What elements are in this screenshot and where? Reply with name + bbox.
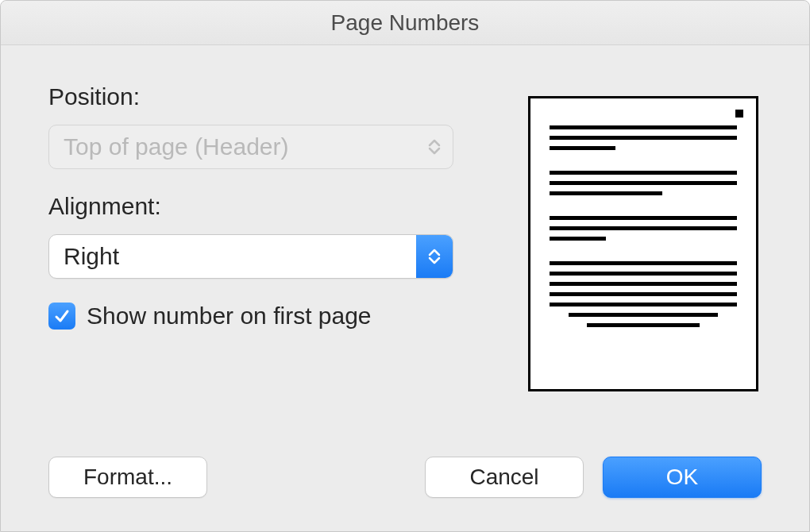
- position-select-wrapper: Top of page (Header): [48, 125, 453, 169]
- first-page-checkbox[interactable]: [48, 303, 75, 330]
- position-select: Top of page (Header): [48, 125, 453, 169]
- format-button[interactable]: Format...: [48, 457, 207, 498]
- alignment-value: Right: [64, 243, 119, 270]
- updown-icon: [416, 125, 453, 168]
- first-page-checkbox-row: Show number on first page: [48, 303, 453, 330]
- cancel-button[interactable]: Cancel: [425, 457, 584, 498]
- alignment-select-wrapper: Right: [48, 234, 453, 279]
- updown-icon[interactable]: [416, 235, 453, 278]
- page-numbers-dialog: Page Numbers Position: Top of page (Head…: [0, 0, 810, 532]
- titlebar: Page Numbers: [1, 1, 809, 45]
- checkmark-icon: [53, 307, 71, 325]
- position-value: Top of page (Header): [64, 133, 289, 160]
- dialog-content: Position: Top of page (Header) Alignment…: [1, 45, 809, 531]
- preview-text-lines: [550, 125, 737, 327]
- alignment-select[interactable]: Right: [48, 234, 453, 279]
- alignment-label: Alignment:: [48, 193, 453, 220]
- page-preview: [528, 96, 758, 391]
- preview-page-number-marker: [735, 110, 743, 118]
- form-area: Position: Top of page (Header) Alignment…: [48, 83, 453, 330]
- button-row: Format... Cancel OK: [48, 457, 762, 498]
- ok-button[interactable]: OK: [603, 457, 762, 498]
- position-label: Position:: [48, 83, 453, 110]
- first-page-checkbox-label: Show number on first page: [87, 303, 372, 330]
- dialog-title: Page Numbers: [331, 10, 480, 36]
